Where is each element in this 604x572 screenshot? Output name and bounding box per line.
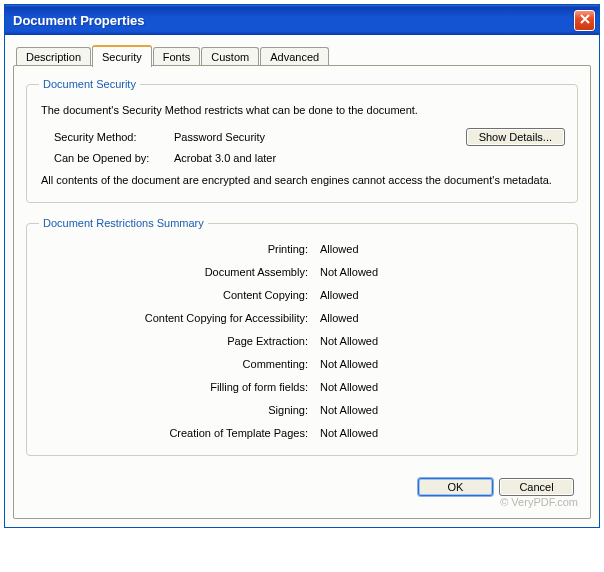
tab-label: Security: [102, 51, 142, 63]
tab-label: Advanced: [270, 51, 319, 63]
cancel-button[interactable]: Cancel: [499, 478, 574, 496]
restriction-label: Content Copying:: [39, 289, 314, 301]
restrictions-grid: Printing: Allowed Document Assembly: Not…: [39, 239, 565, 441]
restriction-label: Content Copying for Accessibility:: [39, 312, 314, 324]
restriction-value: Not Allowed: [314, 358, 565, 370]
row-security-method: Security Method: Password Security Show …: [39, 128, 565, 146]
window-title: Document Properties: [13, 13, 574, 28]
restriction-value: Not Allowed: [314, 266, 565, 278]
show-details-button[interactable]: Show Details...: [466, 128, 565, 146]
tab-label: Description: [26, 51, 81, 63]
security-note: All contents of the document are encrypt…: [41, 174, 563, 186]
ok-button[interactable]: OK: [418, 478, 493, 496]
restriction-value: Not Allowed: [314, 427, 565, 439]
row-opened-by: Can be Opened by: Acrobat 3.0 and later: [39, 152, 565, 164]
tab-panel-security: Document Security The document's Securit…: [13, 65, 591, 519]
restriction-value: Not Allowed: [314, 404, 565, 416]
restriction-value: Allowed: [314, 243, 565, 255]
restriction-label: Signing:: [39, 404, 314, 416]
restriction-value: Not Allowed: [314, 381, 565, 393]
dialog-footer: OK Cancel: [26, 470, 578, 498]
security-intro: The document's Security Method restricts…: [41, 104, 565, 116]
restriction-label: Page Extraction:: [39, 335, 314, 347]
tab-label: Fonts: [163, 51, 191, 63]
group-legend: Document Restrictions Summary: [39, 217, 208, 229]
group-legend: Document Security: [39, 78, 140, 90]
restriction-label: Filling of form fields:: [39, 381, 314, 393]
restriction-label: Printing:: [39, 243, 314, 255]
restriction-label: Creation of Template Pages:: [39, 427, 314, 439]
close-button[interactable]: [574, 10, 595, 31]
window: Document Properties Description Security…: [4, 4, 600, 528]
opened-by-label: Can be Opened by:: [39, 152, 174, 164]
tab-description[interactable]: Description: [16, 47, 91, 66]
tab-label: Custom: [211, 51, 249, 63]
restriction-value: Allowed: [314, 312, 565, 324]
security-method-label: Security Method:: [39, 131, 174, 143]
titlebar: Document Properties: [5, 5, 599, 35]
restriction-label: Document Assembly:: [39, 266, 314, 278]
tab-strip: Description Security Fonts Custom Advanc…: [13, 45, 591, 66]
restriction-value: Allowed: [314, 289, 565, 301]
group-document-security: Document Security The document's Securit…: [26, 78, 578, 203]
tab-custom[interactable]: Custom: [201, 47, 259, 66]
restriction-label: Commenting:: [39, 358, 314, 370]
opened-by-value: Acrobat 3.0 and later: [174, 152, 565, 164]
security-method-value: Password Security: [174, 131, 466, 143]
tab-fonts[interactable]: Fonts: [153, 47, 201, 66]
restriction-value: Not Allowed: [314, 335, 565, 347]
close-icon: [580, 14, 590, 26]
tab-advanced[interactable]: Advanced: [260, 47, 329, 66]
group-restrictions: Document Restrictions Summary Printing: …: [26, 217, 578, 456]
client-area: Description Security Fonts Custom Advanc…: [5, 35, 599, 527]
tab-security[interactable]: Security: [92, 45, 152, 67]
